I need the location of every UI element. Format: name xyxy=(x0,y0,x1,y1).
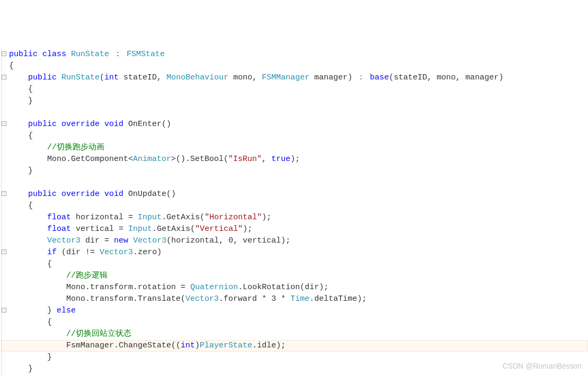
token: Vector3 xyxy=(47,236,81,245)
code-line-text: { xyxy=(2,259,52,268)
token: float xyxy=(47,213,71,222)
code-line-text: } else xyxy=(2,306,76,315)
token: (dir xyxy=(61,248,81,257)
token: ); xyxy=(262,213,271,222)
code-line: //切换跑步动画 xyxy=(1,142,588,154)
code-line-text: public RunState(int stateID, MonoBehavio… xyxy=(2,73,503,82)
fold-toggle-icon[interactable]: - xyxy=(2,75,6,79)
fold-toggle-icon[interactable]: - xyxy=(2,121,6,126)
code-line: FsmManager.ChangeState((int)PlayerState.… xyxy=(1,340,588,352)
code-line-text: { xyxy=(2,131,33,140)
fold-toggle-icon[interactable]: - xyxy=(2,249,6,254)
token: horizontal xyxy=(76,213,123,222)
token: { xyxy=(28,131,33,140)
code-line: - if (dir != Vector3.zero) xyxy=(1,247,588,258)
token: class xyxy=(42,50,66,59)
code-line: float horizontal = Input.GetAxis("Horizo… xyxy=(1,212,588,223)
token: } xyxy=(28,96,33,105)
code-line-text: } xyxy=(2,96,33,105)
token: { xyxy=(28,85,33,94)
watermark: CSDN @RomanBesson xyxy=(502,360,582,372)
code-line xyxy=(1,177,588,189)
token: Time xyxy=(290,294,309,303)
code-line-text: { xyxy=(2,318,52,327)
token: Quaternion xyxy=(190,283,238,292)
token: public xyxy=(28,120,57,129)
fold-toggle-icon[interactable]: - xyxy=(2,191,6,196)
token: Animator xyxy=(133,155,171,164)
token: "Vertical" xyxy=(195,225,243,234)
code-line: } xyxy=(1,95,588,107)
token: Mono.transform.Translate( xyxy=(66,294,185,303)
token: //切换回站立状态 xyxy=(66,329,131,338)
code-line-text: } xyxy=(2,353,52,362)
code-line-text xyxy=(2,108,9,117)
token: vertical); xyxy=(243,236,290,245)
code-line-text: Mono.transform.Translate(Vector3.forward… xyxy=(2,294,367,303)
code-line-text: { xyxy=(2,85,33,94)
token: { xyxy=(47,259,52,268)
token: OnUpdate() xyxy=(128,190,176,199)
token: stateID, xyxy=(123,73,162,82)
token: Vector3 xyxy=(133,236,166,245)
code-line-text: Mono.transform.rotation = Quaternion.Loo… xyxy=(2,283,328,292)
code-line: { xyxy=(1,258,588,270)
token: Vector3 xyxy=(185,294,219,303)
token: PlayerState xyxy=(200,341,252,350)
token: { xyxy=(28,201,33,210)
code-line: { xyxy=(1,84,588,95)
token: (stateID, xyxy=(389,73,432,82)
code-line: Mono.transform.rotation = Quaternion.Loo… xyxy=(1,282,588,293)
token: Mono.transform.rotation xyxy=(66,283,176,292)
token: int xyxy=(104,73,119,82)
token: .GetAxis( xyxy=(152,225,195,234)
token: .zero) xyxy=(133,248,162,257)
token: = xyxy=(104,236,109,245)
token: Mono.GetComponent< xyxy=(47,155,133,164)
code-line-text: float vertical = Input.GetAxis("Vertical… xyxy=(2,225,252,234)
token: override xyxy=(61,190,100,199)
code-line-text: public override void OnUpdate() xyxy=(2,190,176,199)
code-line: - } else xyxy=(1,305,588,317)
token: Input xyxy=(128,225,152,234)
code-line-text: public override void OnEnter() xyxy=(2,120,171,129)
token: manager) xyxy=(314,73,352,82)
token: } xyxy=(28,364,33,373)
code-line: Mono.transform.Translate(Vector3.forward… xyxy=(1,293,588,305)
token: (horizontal, xyxy=(166,236,224,245)
code-line: - public override void OnEnter() xyxy=(1,119,588,130)
token: RunState xyxy=(61,73,100,82)
token: OnEnter() xyxy=(128,120,171,129)
code-line: //切换回站立状态 xyxy=(1,328,588,340)
token: ： xyxy=(357,73,365,82)
token: "IsRun" xyxy=(228,155,262,164)
code-line-text: } xyxy=(2,364,33,373)
token: new xyxy=(114,236,128,245)
token: != xyxy=(85,248,95,257)
token: true xyxy=(271,155,290,164)
token: .deltaTime); xyxy=(309,294,367,303)
code-line-text: //切换回站立状态 xyxy=(2,329,131,338)
token: vertical xyxy=(76,225,114,234)
code-line-text xyxy=(2,178,9,187)
token: { xyxy=(9,61,14,70)
fold-toggle-icon[interactable]: - xyxy=(2,51,6,56)
token: , xyxy=(262,155,266,164)
code-line xyxy=(1,107,588,119)
code-line: float vertical = Input.GetAxis("Vertical… xyxy=(1,223,588,235)
token: dir xyxy=(85,236,100,245)
fold-toggle-icon[interactable]: - xyxy=(2,308,6,312)
code-line-text: //跑步逻辑 xyxy=(2,271,108,280)
token: else xyxy=(57,306,76,315)
code-line-text: { xyxy=(2,201,33,210)
token: .LookRotation(dir); xyxy=(238,283,328,292)
token: ); xyxy=(243,225,252,234)
token: } xyxy=(47,353,52,362)
token: "Horizontal" xyxy=(204,213,262,222)
token: >().SetBool( xyxy=(171,155,228,164)
token: Vector3 xyxy=(100,248,133,257)
token: override xyxy=(61,120,100,129)
code-line: Vector3 dir = new Vector3(horizontal, 0,… xyxy=(1,235,588,247)
code-line: - public override void OnUpdate() xyxy=(1,189,588,200)
token: float xyxy=(47,225,71,234)
